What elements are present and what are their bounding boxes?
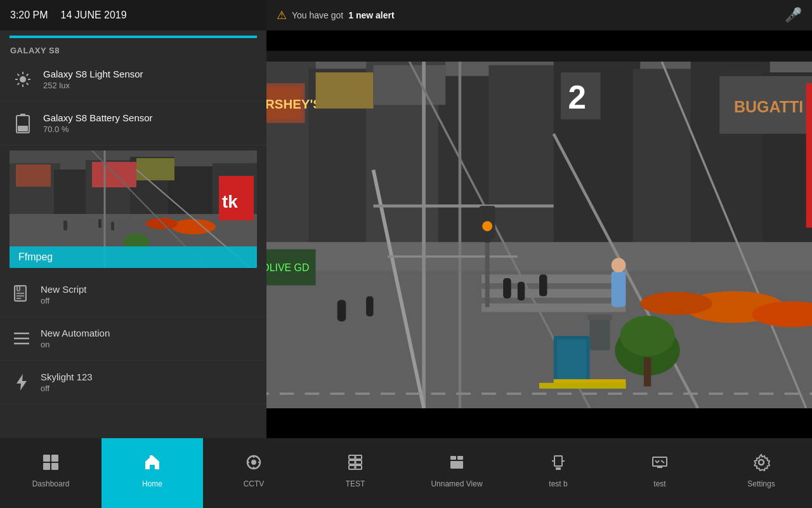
test-icon	[346, 453, 364, 476]
svg-point-24	[146, 218, 178, 229]
alert-warning-icon: ⚠	[277, 8, 287, 22]
test2-icon	[651, 453, 669, 476]
svg-line-5	[18, 74, 20, 76]
svg-point-87	[612, 258, 626, 273]
nav-dashboard[interactable]: Dashboard	[0, 438, 102, 508]
svg-point-93	[482, 222, 492, 232]
svg-rect-29	[63, 220, 67, 231]
svg-rect-123	[457, 456, 463, 460]
light-sensor-icon	[10, 67, 36, 92]
alert-bar: ⚠ You have got 1 new alert 🎤	[266, 0, 812, 30]
nav-settings-label: Settings	[747, 479, 775, 488]
svg-line-7	[27, 74, 29, 76]
new-automation-item[interactable]: New Automation on	[0, 317, 266, 361]
status-date: 14 JUNE 2019	[61, 10, 127, 21]
alert-prefix: You have got	[292, 10, 343, 20]
svg-point-135	[759, 460, 764, 465]
skylight-info: Skylight 123 off	[41, 371, 93, 393]
svg-rect-82	[366, 297, 373, 317]
nav-test2-label: test	[653, 479, 665, 488]
new-script-name: New Script	[41, 284, 87, 295]
svg-text:HERSHEY'S: HERSHEY'S	[266, 97, 322, 111]
light-sensor-name: Galaxy S8 Light Sensor	[43, 69, 143, 79]
skylight-name: Skylight 123	[41, 371, 93, 382]
svg-rect-124	[450, 461, 463, 469]
skylight-item[interactable]: Skylight 123 off	[0, 361, 266, 404]
svg-rect-83	[503, 278, 511, 298]
section-header-galaxy: GALAXY S8	[0, 41, 266, 58]
svg-rect-11	[18, 126, 28, 131]
svg-rect-108	[51, 463, 58, 470]
dashboard-icon	[42, 453, 60, 476]
svg-point-79	[620, 316, 674, 356]
new-script-info: New Script off	[41, 284, 87, 305]
bottom-nav: Dashboard Home CCTV	[0, 438, 812, 508]
svg-rect-128	[556, 467, 561, 470]
svg-point-121	[354, 466, 357, 469]
bolt-icon	[10, 371, 33, 394]
svg-point-77	[640, 292, 712, 315]
nav-test[interactable]: TEST	[304, 438, 406, 508]
svg-point-120	[354, 461, 357, 464]
svg-rect-66	[481, 304, 625, 312]
svg-line-134	[661, 460, 664, 463]
settings-icon	[752, 453, 770, 476]
nav-home[interactable]: Home	[102, 438, 203, 508]
battery-sensor-value: 70.0 %	[43, 124, 153, 134]
nav-test2[interactable]: test	[609, 438, 710, 508]
nav-dashboard-label: Dashboard	[32, 479, 70, 488]
light-sensor-item[interactable]: Galaxy S8 Light Sensor 252 lux	[0, 58, 266, 102]
nav-unnamed-label: Unnamed View	[431, 479, 482, 488]
home-icon	[143, 453, 161, 476]
svg-text:OLIVE GD: OLIVE GD	[266, 262, 309, 273]
svg-rect-88	[590, 318, 610, 351]
svg-line-8	[18, 83, 20, 85]
nav-test-label: TEST	[346, 479, 365, 488]
sidebar-progress-bar	[10, 36, 257, 38]
svg-rect-129	[653, 457, 667, 466]
light-sensor-info: Galaxy S8 Light Sensor 252 lux	[43, 69, 143, 90]
svg-text:2: 2	[568, 79, 586, 116]
nav-settings[interactable]: Settings	[710, 438, 812, 508]
camera-label: Ffmpeg	[10, 246, 257, 268]
script-icon	[10, 283, 33, 306]
status-time: 3:20 PM	[10, 10, 48, 21]
svg-rect-22	[16, 164, 51, 187]
cctv-icon	[245, 453, 263, 476]
svg-rect-109	[150, 455, 152, 459]
svg-rect-125	[554, 456, 562, 466]
svg-rect-105	[43, 455, 50, 462]
camera-black-top	[266, 30, 812, 51]
svg-rect-54	[316, 72, 374, 109]
svg-rect-122	[450, 456, 456, 460]
nav-unnamed[interactable]: Unnamed View	[406, 438, 508, 508]
svg-line-6	[27, 83, 29, 85]
nav-testb-label: test b	[549, 479, 567, 488]
nav-home-label: Home	[142, 479, 162, 488]
svg-rect-20	[92, 162, 136, 187]
svg-line-133	[657, 460, 659, 463]
svg-rect-98	[539, 383, 625, 389]
nav-testb[interactable]: test b	[508, 438, 609, 508]
nav-cctv[interactable]: CCTV	[203, 438, 304, 508]
alert-highlight-text: 1 new alert	[348, 10, 394, 20]
svg-rect-30	[98, 219, 102, 228]
svg-rect-31	[111, 222, 114, 231]
camera-thumbnail[interactable]: tk Ffmpeg	[10, 150, 257, 268]
svg-rect-80	[644, 358, 651, 386]
camera-black-bottom	[266, 408, 812, 438]
svg-rect-96	[557, 340, 586, 380]
svg-point-0	[20, 76, 26, 83]
svg-rect-48	[633, 69, 698, 260]
light-sensor-value: 252 lux	[43, 81, 143, 90]
new-script-status: off	[41, 296, 87, 305]
battery-sensor-item[interactable]: Galaxy S8 Battery Sensor 70.0 %	[0, 102, 266, 145]
svg-rect-86	[612, 271, 626, 307]
new-script-item[interactable]: New Script off	[0, 273, 266, 317]
microphone-icon[interactable]: 🎤	[785, 7, 802, 23]
svg-rect-107	[43, 463, 50, 470]
status-bar: 3:20 PM 14 JUNE 2019	[0, 0, 266, 30]
svg-text:tk: tk	[222, 192, 238, 211]
svg-rect-81	[337, 300, 346, 321]
svg-rect-106	[51, 455, 58, 462]
